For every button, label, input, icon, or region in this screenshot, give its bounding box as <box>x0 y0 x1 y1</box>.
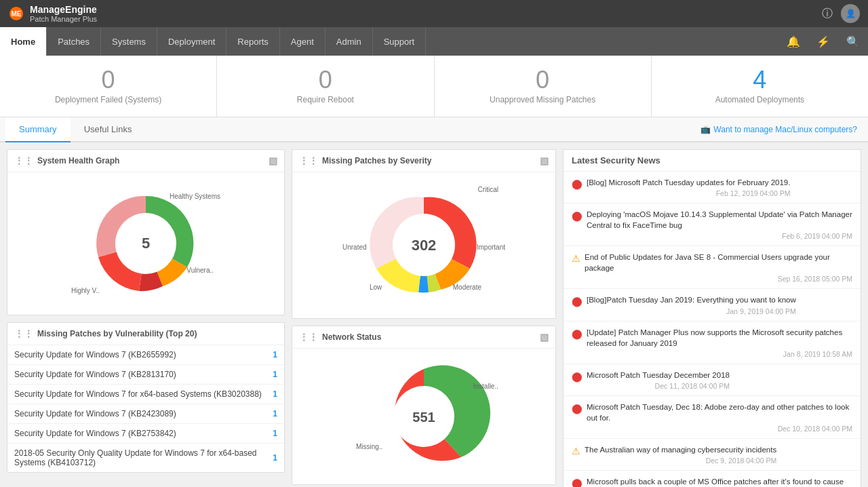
tab-summary[interactable]: Summary <box>5 117 71 142</box>
vuln-item-1[interactable]: Security Update for Windows 7 (KB2813170… <box>7 365 284 385</box>
network-status-header: ⋮⋮ Network Status ▧ <box>292 326 555 349</box>
nav-reports[interactable]: Reports <box>226 27 280 56</box>
missing-severity-title: Missing Patches by Severity <box>322 156 431 165</box>
label-moderate: Moderate <box>453 284 481 291</box>
news-item-3[interactable]: ⬤ [Blog]Patch Tuesday Jan 2019: Everythi… <box>564 289 861 321</box>
missing-vulnerability-title: Missing Patches by Vulnerability (Top 20… <box>37 329 197 338</box>
chart-options-icon-network[interactable]: ▧ <box>540 332 549 343</box>
manageengine-logo: ME <box>8 5 24 22</box>
user-avatar[interactable]: 👤 <box>841 4 860 23</box>
label-highly: Highly V.. <box>71 287 100 294</box>
vuln-item-4[interactable]: Security Update for Windows 7 (KB2753842… <box>7 424 284 444</box>
stat-deployment-failed[interactable]: 0 Deployment Failed (Systems) <box>0 56 217 117</box>
stat-require-reboot[interactable]: 0 Require Reboot <box>217 56 434 117</box>
stat-deployment-failed-number: 0 <box>7 68 210 92</box>
news-alert-icon-1: ⬤ <box>572 210 583 221</box>
vuln-count-3: 1 <box>273 409 277 418</box>
nav-patches[interactable]: Patches <box>47 27 101 56</box>
stat-automated[interactable]: 4 Automated Deployments <box>652 56 868 117</box>
missing-severity-chart-area: 302 Critical Important Moderate Low Unra… <box>292 172 555 318</box>
top-bar-actions: ⓘ 👤 <box>822 4 860 23</box>
news-text-8: Microsoft pulls back a couple of MS Offi… <box>587 476 852 487</box>
news-item-1[interactable]: ⬤ Deploying 'macOS Mojave 10.14.3 Supple… <box>564 203 861 246</box>
news-item-4[interactable]: ⬤ [Update] Patch Manager Plus now suppor… <box>564 322 861 364</box>
vuln-name-2: Security Update for Windows 7 for x64-ba… <box>14 389 273 399</box>
nav-support[interactable]: Support <box>373 27 427 56</box>
label-unrated: Unrated <box>342 244 367 251</box>
news-item-8[interactable]: ⬤ Microsoft pulls back a couple of MS Of… <box>564 471 861 487</box>
missing-vulnerability-card: ⋮⋮ Missing Patches by Vulnerability (Top… <box>7 322 285 473</box>
label-installed: Installe.. <box>473 383 498 390</box>
news-text-7: The Australian way of managing cybersecu… <box>585 444 776 455</box>
news-date-5: Dec 11, 2018 04:00 PM <box>587 382 730 390</box>
news-item-7[interactable]: ⚠ The Australian way of managing cyberse… <box>564 439 861 471</box>
news-alert-icon-7: ⚠ <box>572 446 580 456</box>
help-icon[interactable]: ⓘ <box>822 7 833 21</box>
vuln-name-5: 2018-05 Security Only Quality Update for… <box>14 448 273 467</box>
vuln-item-3[interactable]: Security Update for Windows 7 (KB2423089… <box>7 404 284 424</box>
stat-unapproved-label: Unapproved Missing Patches <box>441 95 644 104</box>
drag-handle-vuln[interactable]: ⋮⋮ <box>14 328 33 339</box>
missing-severity-card: ⋮⋮ Missing Patches by Severity ▧ <box>292 149 556 319</box>
vuln-count-4: 1 <box>273 429 277 438</box>
stat-require-reboot-number: 0 <box>224 68 427 92</box>
monitor-icon: 📺 <box>701 125 711 134</box>
network-status-svg: 551 <box>349 355 498 478</box>
vuln-name-3: Security Update for Windows 7 (KB2423089… <box>14 409 273 418</box>
nav-admin[interactable]: Admin <box>326 27 373 56</box>
notification-icon[interactable]: 🔔 <box>778 27 808 56</box>
news-item-0[interactable]: ⬤ [Blog] Microsoft Patch Tuesday updates… <box>564 172 861 203</box>
nav-home[interactable]: Home <box>0 27 47 56</box>
vuln-item-2[interactable]: Security Update for Windows 7 for x64-ba… <box>7 385 284 404</box>
search-icon[interactable]: 🔍 <box>838 27 868 56</box>
nav-right-icons: 🔔 ⚡ 🔍 <box>778 27 868 56</box>
missing-vulnerability-header: ⋮⋮ Missing Patches by Vulnerability (Top… <box>7 323 284 345</box>
nav-agent[interactable]: Agent <box>280 27 326 56</box>
tab-useful-links[interactable]: Useful Links <box>71 117 146 142</box>
mid-column: ⋮⋮ Missing Patches by Severity ▧ <box>292 149 556 487</box>
news-date-4: Jan 8, 2019 10:58 AM <box>587 350 852 358</box>
news-text-0: [Blog] Microsoft Patch Tuesday updates f… <box>587 177 790 188</box>
stat-deployment-failed-label: Deployment Failed (Systems) <box>7 95 210 104</box>
news-panel: Latest Security News ⬤ [Blog] Microsoft … <box>563 149 861 487</box>
drag-handle-network[interactable]: ⋮⋮ <box>299 332 318 343</box>
stat-automated-number: 4 <box>658 68 861 92</box>
manage-mac-link[interactable]: 📺 Want to manage Mac/Linux computers? <box>695 119 863 140</box>
news-alert-icon-8: ⬤ <box>572 478 583 487</box>
nav-systems[interactable]: Systems <box>101 27 157 56</box>
lightning-icon[interactable]: ⚡ <box>808 27 838 56</box>
news-item-5[interactable]: ⬤ Microsoft Patch Tuesday December 2018 … <box>564 364 861 396</box>
system-health-chart-area: 5 Healthy Systems Highly V.. Vulnera.. <box>7 172 284 315</box>
drag-handle-health[interactable]: ⋮⋮ <box>14 155 33 166</box>
vuln-item-0[interactable]: Security Update for Windows 7 (KB2655992… <box>7 345 284 365</box>
missing-severity-header: ⋮⋮ Missing Patches by Severity ▧ <box>292 150 555 172</box>
chart-options-icon-severity[interactable]: ▧ <box>540 155 549 166</box>
chart-options-icon-health[interactable]: ▧ <box>269 155 277 166</box>
stat-require-reboot-label: Require Reboot <box>224 95 427 104</box>
system-health-card: ⋮⋮ System Health Graph ▧ <box>7 149 285 315</box>
main-content: ⋮⋮ System Health Graph ▧ <box>0 142 868 487</box>
stat-unapproved[interactable]: 0 Unapproved Missing Patches <box>435 56 652 117</box>
stat-automated-label: Automated Deployments <box>658 95 861 104</box>
tab-bar: Summary Useful Links 📺 Want to manage Ma… <box>0 117 868 142</box>
system-health-header: ⋮⋮ System Health Graph ▧ <box>7 150 284 172</box>
svg-text:ME: ME <box>12 10 22 18</box>
logo-area: ME ManageEngine Patch Manager Plus <box>8 4 97 24</box>
drag-handle-severity[interactable]: ⋮⋮ <box>299 155 318 166</box>
label-important: Important <box>477 244 505 251</box>
news-date-7: Dec 9, 2018 04:00 PM <box>585 456 776 465</box>
news-date-1: Feb 6, 2019 04:00 PM <box>587 232 852 240</box>
news-date-3: Jan 9, 2019 04:00 PM <box>587 307 796 315</box>
news-text-4: [Update] Patch Manager Plus now supports… <box>587 327 852 349</box>
vuln-item-5[interactable]: 2018-05 Security Only Quality Update for… <box>7 444 284 472</box>
news-date-2: Sep 16, 2018 05:00 PM <box>585 275 852 283</box>
news-item-2[interactable]: ⚠ End of Public Updates for Java SE 8 - … <box>564 246 861 289</box>
label-low: Low <box>370 284 382 291</box>
news-alert-icon-4: ⬤ <box>572 328 583 339</box>
left-column: ⋮⋮ System Health Graph ▧ <box>7 149 285 487</box>
news-header: Latest Security News <box>564 150 861 172</box>
news-text-3: [Blog]Patch Tuesday Jan 2019: Everything… <box>587 294 796 305</box>
nav-deployment[interactable]: Deployment <box>157 27 226 56</box>
network-status-chart: 551 Installe.. Missing.. <box>349 355 498 478</box>
news-item-6[interactable]: ⬤ Microsoft Patch Tuesday, Dec 18: Adobe… <box>564 396 861 439</box>
